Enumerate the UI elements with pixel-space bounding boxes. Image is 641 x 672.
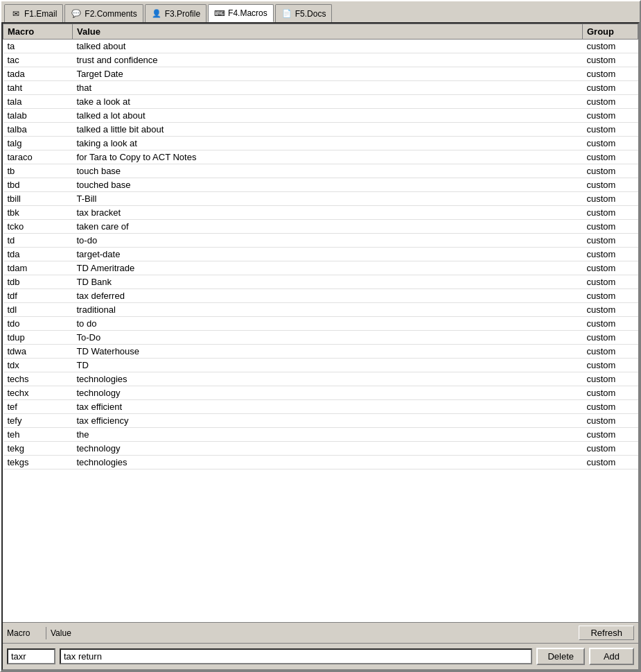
cell-group: custom (583, 67, 638, 81)
cell-value: Target Date (73, 67, 583, 81)
table-row[interactable]: tactrust and confidencecustom (3, 53, 638, 67)
delete-button[interactable]: Delete (536, 648, 585, 665)
cell-macro: tdf (3, 289, 73, 303)
cell-group: custom (583, 137, 638, 150)
cell-macro: talab (3, 109, 73, 123)
macro-input[interactable] (7, 648, 55, 664)
refresh-button[interactable]: Refresh (579, 626, 634, 640)
table-row[interactable]: tdoto docustom (3, 317, 638, 331)
input-row: Delete Add (3, 643, 638, 669)
cell-macro: tcko (3, 220, 73, 234)
cell-value: tax efficient (73, 400, 583, 414)
cell-macro: talg (3, 137, 73, 150)
cell-group: custom (583, 456, 638, 469)
table-row[interactable]: tadaTarget Datecustom (3, 67, 638, 81)
cell-value: to do (73, 317, 583, 331)
tab-comments[interactable]: F2.Comments (64, 4, 143, 22)
docs-icon (281, 8, 292, 19)
table-row[interactable]: techstechnologiescustom (3, 372, 638, 386)
cell-group: custom (583, 164, 638, 178)
table-row[interactable]: tdatarget-datecustom (3, 248, 638, 261)
table-row[interactable]: tdamTD Ameritradecustom (3, 261, 638, 275)
cell-macro: tbd (3, 178, 73, 192)
tab-docs[interactable]: F5.Docs (275, 4, 333, 22)
cell-group: custom (583, 150, 638, 164)
cell-group: custom (583, 414, 638, 428)
cell-group: custom (583, 178, 638, 192)
table-row[interactable]: teftax efficientcustom (3, 400, 638, 414)
macros-table: Macro Value Group tatalked aboutcustomta… (3, 24, 638, 469)
cell-macro: techs (3, 372, 73, 386)
table-row[interactable]: tbtouch basecustom (3, 164, 638, 178)
bottom-bar: Macro Value Refresh (3, 622, 638, 643)
cell-macro: tekg (3, 442, 73, 456)
cell-macro: tdo (3, 317, 73, 331)
table-row[interactable]: tatalked aboutcustom (3, 40, 638, 53)
add-button[interactable]: Add (589, 648, 634, 665)
tab-email[interactable]: F1.Email (4, 4, 63, 22)
comments-icon (71, 8, 82, 19)
cell-macro: td (3, 234, 73, 248)
table-row[interactable]: techxtechnologycustom (3, 386, 638, 400)
cell-macro: tb (3, 164, 73, 178)
table-row[interactable]: tdwaTD Waterhousecustom (3, 345, 638, 359)
bottom-value-label: Value (51, 628, 85, 638)
cell-group: custom (583, 234, 638, 248)
tab-macros[interactable]: F4.Macros (208, 4, 274, 22)
cell-macro: talba (3, 123, 73, 137)
cell-value: for Tara to Copy to ACT Notes (73, 150, 583, 164)
cell-value: technology (73, 442, 583, 456)
cell-value: talked a lot about (73, 109, 583, 123)
col-header-group: Group (583, 24, 638, 40)
table-container[interactable]: Macro Value Group tatalked aboutcustomta… (3, 24, 638, 622)
table-row[interactable]: tehthecustom (3, 428, 638, 442)
main-window: F1.Email F2.Comments F3.Profile F4.Macro… (0, 0, 641, 672)
col-header-value: Value (73, 24, 583, 40)
value-input[interactable] (60, 648, 532, 664)
cell-value: take a look at (73, 95, 583, 109)
cell-group: custom (583, 220, 638, 234)
table-row[interactable]: talgtaking a look atcustom (3, 137, 638, 150)
cell-macro: tada (3, 67, 73, 81)
cell-macro: tdup (3, 331, 73, 345)
table-row[interactable]: talabtalked a lot aboutcustom (3, 109, 638, 123)
email-icon (10, 8, 21, 19)
cell-value: TD (73, 359, 583, 372)
cell-macro: taraco (3, 150, 73, 164)
table-row[interactable]: talatake a look atcustom (3, 95, 638, 109)
bottom-macro-label: Macro (7, 628, 42, 638)
table-row[interactable]: tefytax efficiencycustom (3, 414, 638, 428)
table-row[interactable]: tahtthatcustom (3, 81, 638, 95)
cell-macro: taht (3, 81, 73, 95)
table-row[interactable]: taracofor Tara to Copy to ACT Notescusto… (3, 150, 638, 164)
table-row[interactable]: tckotaken care ofcustom (3, 220, 638, 234)
cell-macro: tdx (3, 359, 73, 372)
table-row[interactable]: tdltraditionalcustom (3, 303, 638, 317)
table-row[interactable]: tdxTDcustom (3, 359, 638, 372)
cell-value: that (73, 81, 583, 95)
table-row[interactable]: tbktax bracketcustom (3, 206, 638, 220)
col-header-macro: Macro (3, 24, 73, 40)
table-row[interactable]: tdupTo-Docustom (3, 331, 638, 345)
cell-value: talked a little bit about (73, 123, 583, 137)
table-row[interactable]: tbillT-Billcustom (3, 192, 638, 206)
table-row[interactable]: tekgstechnologiescustom (3, 456, 638, 469)
tab-macros-label: F4.Macros (228, 8, 267, 18)
cell-group: custom (583, 275, 638, 289)
cell-value: tax efficiency (73, 414, 583, 428)
cell-value: target-date (73, 248, 583, 261)
cell-macro: tbill (3, 192, 73, 206)
table-row[interactable]: tekgtechnologycustom (3, 442, 638, 456)
cell-group: custom (583, 345, 638, 359)
table-row[interactable]: tdto-docustom (3, 234, 638, 248)
cell-group: custom (583, 400, 638, 414)
cell-macro: teh (3, 428, 73, 442)
cell-group: custom (583, 261, 638, 275)
table-row[interactable]: tdftax deferredcustom (3, 289, 638, 303)
cell-macro: ta (3, 40, 73, 53)
table-row[interactable]: tdbTD Bankcustom (3, 275, 638, 289)
table-row[interactable]: talbatalked a little bit aboutcustom (3, 123, 638, 137)
cell-macro: tefy (3, 414, 73, 428)
tab-profile[interactable]: F3.Profile (145, 4, 207, 22)
table-row[interactable]: tbdtouched basecustom (3, 178, 638, 192)
